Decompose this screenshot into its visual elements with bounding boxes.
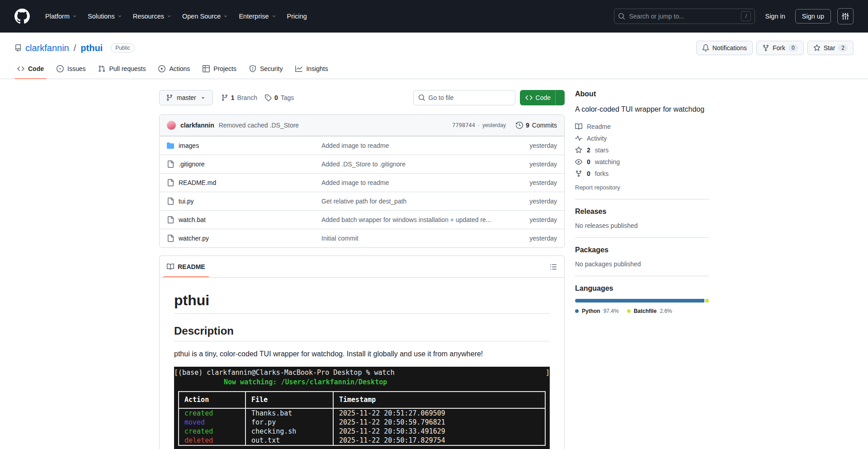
sidebar-item-stars[interactable]: 2 stars: [575, 144, 709, 156]
sidebar-item-forks[interactable]: 0 forks: [575, 168, 709, 180]
file-commit-message[interactable]: Added image to readme: [321, 179, 503, 186]
file-name-link[interactable]: .gitignore: [179, 161, 205, 168]
breadcrumb-separator: /: [74, 43, 76, 53]
file-name-link[interactable]: images: [179, 142, 199, 149]
commits-count: 9: [526, 122, 529, 129]
bell-icon: [702, 44, 709, 52]
tab-label: Insights: [306, 65, 328, 72]
nav-item-solutions[interactable]: Solutions: [83, 9, 127, 24]
table-row[interactable]: .gitignore Added .DS_Store to .gitignore…: [160, 155, 564, 173]
code-button-label: Code: [536, 94, 551, 101]
commit-author-link[interactable]: clarkfannin: [180, 122, 214, 129]
nav-item-open-source[interactable]: Open Source: [178, 9, 232, 24]
notifications-label: Notifications: [712, 44, 747, 52]
nav-item-enterprise[interactable]: Enterprise: [234, 9, 280, 24]
file-name-link[interactable]: tui.py: [179, 198, 193, 205]
commit-history-link[interactable]: 9 Commits: [516, 122, 557, 129]
sidebar-item-readme[interactable]: Readme: [575, 121, 709, 132]
file-commit-message[interactable]: Added batch wrapper for windows installa…: [321, 216, 503, 223]
table-row[interactable]: README.md Added image to readme yesterda…: [160, 173, 564, 192]
file-commit-message[interactable]: Initial commit: [321, 235, 503, 242]
search-shortcut-key: /: [741, 11, 751, 21]
table-row: created Thanks.bat 2025-11-22 20:51:27.0…: [179, 408, 545, 418]
terminal-bracket-close: ]: [546, 368, 550, 378]
search-input[interactable]: [629, 13, 737, 20]
file-name-link[interactable]: watcher.py: [179, 235, 209, 242]
tab-code[interactable]: Code: [13, 60, 48, 79]
search-icon: [618, 13, 625, 20]
tab-actions[interactable]: Actions: [154, 60, 194, 79]
file-commit-message[interactable]: Get relative path for dest_path: [321, 198, 503, 205]
language-item-batchfile[interactable]: Batchfile 2.6%: [627, 308, 672, 314]
language-name: Python: [582, 308, 600, 314]
file-name-link[interactable]: README.md: [179, 179, 216, 186]
sidebar-item-activity[interactable]: Activity: [575, 132, 709, 144]
tab-insights[interactable]: Insights: [291, 60, 332, 79]
sidebar-item-watching[interactable]: 0 watching: [575, 156, 709, 168]
notifications-button[interactable]: Notifications: [696, 41, 753, 55]
sidebar-item-label: watching: [595, 158, 620, 165]
about-description: A color-coded TUI wrapper for watchdog: [575, 104, 709, 114]
eye-icon: [575, 158, 582, 165]
table-row[interactable]: watcher.py Initial commit yesterday: [160, 229, 564, 247]
tags-link[interactable]: 0 Tags: [264, 94, 294, 101]
report-repository-link[interactable]: Report repository: [575, 184, 709, 191]
go-to-file-input[interactable]: [429, 94, 510, 101]
tab-issues[interactable]: Issues: [52, 60, 90, 79]
tab-readme[interactable]: README: [160, 256, 212, 277]
fork-button[interactable]: Fork 0: [756, 41, 804, 55]
tab-projects[interactable]: Projects: [198, 60, 241, 79]
action-cell: moved: [179, 418, 245, 427]
settings-sliders-button[interactable]: [837, 8, 854, 24]
readme-body: pthui Description pthui is a tiny, color…: [160, 278, 564, 449]
pulse-icon: [575, 135, 582, 142]
language-item-python[interactable]: Python 97.4%: [575, 308, 619, 314]
languages-title: Languages: [575, 284, 709, 293]
file-cell: Thanks.bat: [245, 408, 333, 418]
branches-link[interactable]: 1 Branch: [221, 94, 257, 101]
primary-nav: Platform Solutions Resources Open Source…: [41, 9, 607, 24]
chevron-down-icon: [272, 14, 276, 19]
file-commit-message[interactable]: Added .DS_Store to .gitignore: [321, 161, 503, 168]
global-search[interactable]: /: [614, 9, 755, 24]
code-dropdown-button[interactable]: Code: [520, 90, 565, 105]
language-name: Batchfile: [634, 308, 657, 314]
go-to-file-box[interactable]: [413, 90, 515, 105]
outline-button[interactable]: [546, 260, 561, 274]
file-icon: [167, 161, 174, 168]
fork-icon: [762, 44, 769, 52]
history-icon: [516, 122, 523, 129]
git-branch-icon: [166, 94, 173, 101]
table-row[interactable]: watch.bat Added batch wrapper for window…: [160, 210, 564, 229]
star-icon: [813, 44, 821, 52]
file-cell: for.py: [245, 418, 333, 427]
packages-empty-text: No packages published: [575, 260, 709, 268]
sign-up-button[interactable]: Sign up: [795, 9, 831, 24]
file-icon: [167, 198, 174, 205]
file-name-link[interactable]: watch.bat: [179, 216, 206, 223]
avatar[interactable]: [167, 121, 176, 130]
sidebar-item-label: Activity: [587, 135, 607, 142]
tab-pull-requests[interactable]: Pull requests: [94, 60, 150, 79]
divider: [575, 276, 709, 276]
file-commit-date: yesterday: [507, 179, 557, 186]
repo-owner-link[interactable]: clarkfannin: [25, 43, 69, 53]
nav-item-platform[interactable]: Platform: [41, 9, 81, 24]
table-row[interactable]: images Added image to readme yesterday: [160, 136, 564, 155]
branch-selector[interactable]: master: [159, 90, 213, 105]
sign-in-link[interactable]: Sign in: [761, 10, 788, 23]
table-row[interactable]: tui.py Get relative path for dest_path y…: [160, 192, 564, 210]
tab-security[interactable]: Security: [245, 60, 288, 79]
star-button[interactable]: Star 2: [807, 41, 854, 55]
file-commit-date: yesterday: [507, 161, 557, 168]
nav-item-resources[interactable]: Resources: [128, 9, 176, 24]
commit-sha[interactable]: 7798744: [452, 122, 475, 128]
table-row: moved for.py 2025-11-22 20:50:59.796821: [179, 418, 545, 427]
github-logo-icon[interactable]: [14, 9, 30, 24]
file-commit-message[interactable]: Added image to readme: [321, 142, 503, 149]
commit-message-link[interactable]: Removed cached .DS_Store: [219, 122, 448, 129]
timestamp-cell: 2025-11-22 20:50:17.829754: [333, 436, 545, 445]
repo-name-link[interactable]: pthui: [80, 43, 103, 53]
terminal-table: Action File Timestamp created Thanks.bat…: [178, 391, 546, 446]
nav-item-pricing[interactable]: Pricing: [283, 9, 311, 24]
